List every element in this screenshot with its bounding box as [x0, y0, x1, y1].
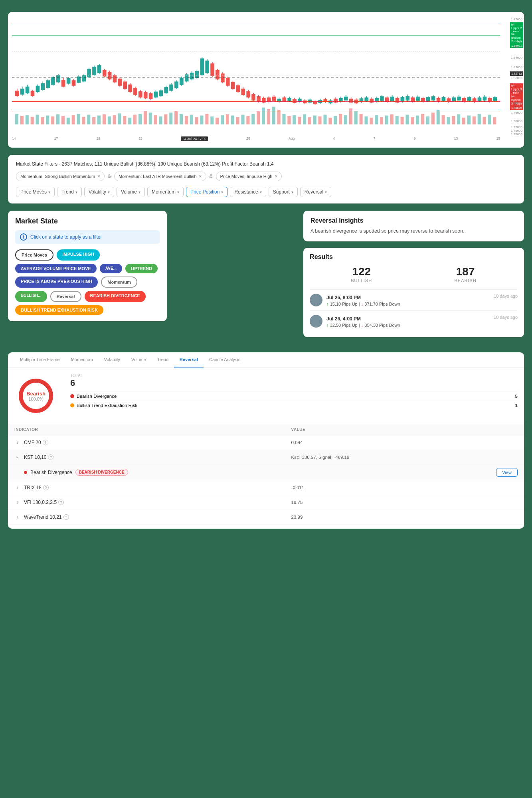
- svg-rect-45: [246, 116, 249, 124]
- svg-rect-50: [272, 107, 275, 124]
- pill-reversal[interactable]: Reversal: [50, 291, 81, 302]
- ind-header-col2: VALUE: [291, 427, 518, 432]
- dropdown-momentum[interactable]: Momentum ▾: [147, 187, 184, 197]
- svg-rect-44: [241, 115, 244, 124]
- svg-rect-92: [488, 115, 491, 124]
- tab-momentum[interactable]: Momentum: [65, 352, 99, 367]
- svg-rect-62: [334, 116, 337, 124]
- svg-rect-30: [169, 113, 172, 124]
- svg-rect-79: [421, 114, 424, 124]
- dropdown-label: Price Moves: [20, 189, 47, 195]
- svg-rect-90: [478, 114, 481, 124]
- svg-rect-97: [20, 89, 24, 95]
- dropdown-volatility[interactable]: Volatility ▾: [84, 187, 114, 197]
- svg-rect-219: [334, 99, 338, 102]
- svg-rect-247: [405, 96, 409, 101]
- svg-rect-36: [200, 116, 203, 124]
- pill-bullish[interactable]: BULLISH...: [15, 291, 47, 302]
- info-icon-trix[interactable]: ?: [43, 485, 49, 490]
- svg-rect-115: [67, 78, 71, 84]
- tab-multiple-time-frame[interactable]: Multiple Time Frame: [14, 352, 65, 367]
- pill-ave[interactable]: AVE...: [100, 264, 122, 273]
- svg-rect-103: [36, 86, 40, 92]
- price-1.79: 1.79000: [511, 111, 522, 115]
- svg-rect-61: [328, 118, 332, 124]
- tab-trend[interactable]: Trend: [152, 352, 174, 367]
- filter-tag-momentum1[interactable]: Momentum: Strong Bullish Momentum ×: [16, 172, 105, 181]
- rs-item-left: Bullish Trend Exhaustion Risk: [70, 403, 137, 408]
- info-icon-wavetrend[interactable]: ?: [63, 514, 69, 520]
- svg-rect-255: [426, 97, 430, 101]
- expand-kst[interactable]: ›: [14, 454, 21, 460]
- filter-tag-pricemoves[interactable]: Price Moves: Impulse High ×: [216, 172, 282, 181]
- tab-reversal[interactable]: Reversal: [174, 352, 204, 367]
- bearish-label: BEARISH: [455, 278, 477, 283]
- svg-rect-14: [87, 115, 90, 124]
- dropdown-price-position[interactable]: Price Position ▾: [186, 187, 227, 197]
- svg-rect-243: [396, 98, 399, 103]
- svg-rect-261: [442, 97, 446, 101]
- dropdown-price-moves[interactable]: Price Moves ▾: [16, 187, 55, 197]
- svg-rect-68: [364, 117, 368, 124]
- pill-bullish-trend-exhaustion[interactable]: BULLISH TREND EXHAUSTION RISK: [15, 305, 103, 315]
- dropdown-reversal[interactable]: Reversal ▾: [300, 187, 331, 197]
- reversal-stats: Total 6 Bearish Divergence 5 Bullish Tre…: [64, 368, 524, 424]
- price-1.77: 1.77000: [511, 125, 522, 129]
- tab-volume[interactable]: Volume: [126, 352, 152, 367]
- svg-rect-0: [15, 114, 18, 124]
- pill-momentum[interactable]: Momentum: [101, 277, 137, 288]
- svg-rect-71: [380, 117, 383, 124]
- expand-vfi[interactable]: ›: [14, 499, 21, 506]
- pill-price-above-prev-high[interactable]: PRICE IS ABOVE PREVIOUS HIGH: [15, 277, 98, 288]
- upper2-line: [12, 25, 500, 25]
- svg-rect-76: [405, 115, 409, 124]
- svg-rect-145: [144, 92, 148, 99]
- tab-candle-analysis[interactable]: Candle Analysis: [204, 352, 246, 367]
- pill-avg-vol-price-move[interactable]: AVERAGE VOLUME PRICE MOVE: [15, 264, 97, 273]
- svg-rect-48: [262, 108, 265, 124]
- svg-rect-3: [31, 117, 34, 124]
- pill-price-moves[interactable]: Price Moves: [15, 249, 53, 261]
- svg-rect-74: [396, 116, 399, 124]
- close-icon[interactable]: ×: [275, 174, 277, 179]
- svg-rect-8: [56, 114, 59, 124]
- rs-item-bearish-div: Bearish Divergence 5: [70, 391, 518, 401]
- reversal-insights-card: Reversal Insights A bearish divergence i…: [303, 211, 524, 241]
- svg-rect-82: [437, 110, 440, 124]
- expand-wavetrend[interactable]: ›: [14, 514, 21, 520]
- svg-rect-133: [113, 75, 117, 83]
- price-1.80: 1.80000: [511, 101, 522, 105]
- dropdown-support[interactable]: Support ▾: [269, 187, 298, 197]
- svg-rect-56: [303, 114, 306, 124]
- bullish-label: BULLISH: [351, 278, 372, 283]
- expand-cmf[interactable]: ›: [14, 439, 21, 446]
- result-pips-1: ↑ 15.10 Pips Up | ↓ 371.70 Pips Down: [326, 302, 518, 306]
- filter-tag-momentum2[interactable]: Momentum: Last ATR Movement Bullish ×: [114, 172, 206, 181]
- dashed-line1: [12, 51, 500, 51]
- ind-name-wavetrend: WaveTrend 10,21 ?: [24, 514, 291, 520]
- state-grid: Price Moves IMPULSE HIGH AVERAGE VOLUME …: [15, 249, 160, 315]
- info-icon-cmf[interactable]: ?: [43, 440, 48, 445]
- svg-rect-149: [154, 92, 158, 98]
- svg-rect-153: [164, 87, 168, 93]
- dropdown-trend[interactable]: Trend ▾: [57, 187, 82, 197]
- pill-uptrend[interactable]: UPTREND: [125, 264, 158, 273]
- dropdown-resistance[interactable]: Resistance ▾: [230, 187, 266, 197]
- close-icon[interactable]: ×: [97, 174, 100, 179]
- tab-volatility[interactable]: Volatility: [99, 352, 126, 367]
- svg-rect-60: [323, 115, 326, 124]
- pill-bearish-divergence[interactable]: BEARISH DIVERGENCE: [85, 291, 146, 302]
- info-icon-kst[interactable]: ?: [48, 454, 53, 460]
- expand-trix[interactable]: ›: [14, 484, 21, 491]
- svg-rect-223: [344, 97, 348, 100]
- svg-rect-147: [149, 93, 153, 99]
- svg-rect-113: [61, 80, 65, 87]
- svg-rect-46: [251, 114, 255, 124]
- pill-impulse-high[interactable]: IMPULSE HIGH: [57, 249, 99, 261]
- dropdown-volume[interactable]: Volume ▾: [117, 187, 145, 197]
- view-button[interactable]: View: [496, 468, 518, 477]
- dropdown-label: Reversal: [305, 189, 323, 195]
- info-icon-vfi[interactable]: ?: [58, 500, 64, 505]
- close-icon[interactable]: ×: [199, 174, 202, 179]
- svg-rect-23: [133, 115, 136, 124]
